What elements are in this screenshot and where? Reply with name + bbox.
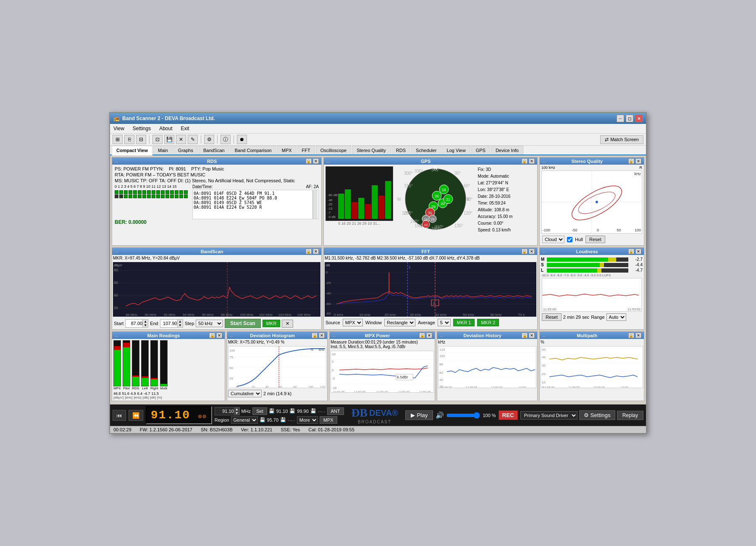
start-freq-input[interactable]: ▲▼ — [125, 319, 148, 328]
bandscan-lock-button[interactable]: 🔒 — [306, 249, 312, 254]
rds-close-button[interactable]: ✕ — [313, 158, 319, 164]
region-select[interactable]: General — [231, 416, 258, 424]
pilot-meter-label: Pilot — [123, 386, 130, 390]
play-button[interactable]: ▶ Play — [405, 410, 433, 420]
tab-scheduler[interactable]: Scheduler — [411, 146, 441, 155]
main-readings-lock-button[interactable]: 🔒 — [209, 333, 215, 338]
menu-exit[interactable]: Exit — [179, 125, 191, 132]
tab-mpx[interactable]: MPX — [277, 146, 297, 155]
end-freq-input[interactable]: ▲▼ — [160, 319, 183, 328]
restore-button[interactable]: ◻ — [626, 115, 633, 122]
dev-history-lock-button[interactable]: 🔒 — [522, 333, 528, 338]
multipath-close-button[interactable]: ✕ — [635, 333, 641, 338]
tab-oscilloscope[interactable]: Oscilloscope — [316, 146, 351, 155]
loudness-panel: ... Loudness 🔒 ✕ M — [539, 247, 644, 330]
mpx-power-lock-button[interactable]: 🔒 — [419, 333, 425, 338]
loudness-range-select[interactable]: Auto — [606, 313, 626, 321]
tab-device-info[interactable]: Device Info — [491, 146, 523, 155]
left-meter: Left — [141, 340, 149, 390]
tab-rds[interactable]: RDS — [391, 146, 410, 155]
tab-fft[interactable]: FFT — [297, 146, 315, 155]
tabs-bar: Compact View Main Graphs BandScan Band C… — [110, 146, 646, 155]
rds-scrollbar[interactable] — [312, 190, 318, 219]
tab-main[interactable]: Main — [153, 146, 173, 155]
mkr-button[interactable]: MKR — [262, 320, 280, 327]
tab-gps[interactable]: GPS — [471, 146, 490, 155]
tab-graphs[interactable]: Graphs — [173, 146, 198, 155]
dev-hist-lock-button[interactable]: 🔒 — [312, 333, 318, 338]
menu-about[interactable]: About — [158, 125, 174, 132]
replay-button[interactable]: Replay — [617, 411, 643, 420]
start-freq-value[interactable] — [126, 320, 142, 327]
new-icon[interactable]: ⊡ — [152, 135, 163, 144]
start-freq-spinner[interactable]: ▲▼ — [142, 320, 148, 327]
dev-hist-close-button[interactable]: ✕ — [319, 333, 325, 338]
grid-icon[interactable]: ⊟ — [136, 135, 146, 144]
rewind-button[interactable]: ⏮ — [113, 410, 126, 421]
match-screen-button[interactable]: ⇄ Match Screen — [600, 135, 643, 144]
record-icon[interactable]: ⏺ — [237, 135, 247, 144]
dev-hist-mode-select[interactable]: Cumulative — [228, 390, 262, 397]
mpx-button[interactable]: MPX — [320, 416, 337, 424]
save-icon[interactable]: 💾 — [164, 135, 174, 144]
rec-button[interactable]: REC — [499, 410, 518, 420]
edit-icon[interactable]: ✎ — [188, 135, 198, 144]
cloud-select[interactable]: Cloud — [542, 236, 564, 243]
gps-db-13: -13 — [328, 207, 338, 210]
hull-checkbox[interactable] — [567, 237, 572, 242]
gps-lock-button[interactable]: 🔒 — [522, 158, 528, 164]
loudness-close-button[interactable]: ✕ — [635, 249, 641, 254]
settings-icon[interactable]: ⚙ — [204, 135, 214, 144]
bandscan-x-button[interactable]: ✕ — [282, 320, 293, 328]
multipath-lock-button[interactable]: 🔒 — [628, 333, 634, 338]
tab-bandscan[interactable]: BandScan — [199, 146, 229, 155]
rds-pi: PI: 8091 — [169, 166, 186, 171]
tab-compact-view[interactable]: Compact View — [112, 146, 152, 155]
rds-lock-button[interactable]: 🔒 — [306, 158, 312, 164]
minimize-button[interactable]: ─ — [617, 115, 624, 122]
fft-window-select[interactable]: Rectangle — [384, 319, 415, 326]
set-button[interactable]: Set — [252, 407, 267, 415]
tab-stereo-quality[interactable]: Stereo Quality — [352, 146, 391, 155]
mkr2-button[interactable]: MKR 2 — [477, 319, 499, 326]
freq-mhz-value[interactable] — [215, 407, 234, 415]
menu-settings[interactable]: Settings — [131, 125, 152, 132]
info-icon[interactable]: ⓘ — [220, 135, 231, 144]
sound-driver-select[interactable]: Primary Sound Driver — [520, 411, 578, 420]
loudness-lock-button[interactable]: 🔒 — [628, 249, 634, 254]
loudness-reset-button[interactable]: Reset — [542, 313, 562, 321]
settings-gear-button[interactable]: ⚙ Settings — [579, 410, 615, 420]
stereo-reset-button[interactable]: Reset — [585, 236, 605, 243]
bandscan-close-button[interactable]: ✕ — [313, 249, 319, 254]
stereo-lock-button[interactable]: 🔒 — [628, 158, 634, 164]
copy-icon[interactable]: ⎘ — [124, 135, 134, 144]
compact-view-icon[interactable]: ⊞ — [113, 135, 123, 144]
ant-button[interactable]: ANT — [327, 407, 344, 415]
dev-history-close-button[interactable]: ✕ — [529, 333, 535, 338]
fft-lock-button[interactable]: 🔒 — [522, 249, 528, 254]
back-button[interactable]: ⏪ — [129, 410, 143, 421]
stereo-close-button[interactable]: ✕ — [635, 158, 641, 164]
volume-slider[interactable] — [446, 412, 480, 419]
end-freq-spinner[interactable]: ▲▼ — [177, 320, 183, 327]
step-select[interactable]: 50 kHz 100 kHz — [196, 320, 223, 327]
more-select[interactable]: More — [297, 416, 318, 424]
start-scan-button[interactable]: Start Scan — [225, 319, 260, 328]
main-readings-close-button[interactable]: ✕ — [216, 333, 222, 338]
fft-source-select[interactable]: MPX — [343, 319, 363, 326]
loudness-panel-header: ... Loudness 🔒 ✕ — [540, 248, 644, 255]
fft-close-button[interactable]: ✕ — [529, 249, 535, 254]
tab-band-comparison[interactable]: Band Comparison — [230, 146, 276, 155]
mpx-power-close-button[interactable]: ✕ — [426, 333, 432, 338]
menu-view[interactable]: View — [112, 125, 126, 132]
tab-log-view[interactable]: Log View — [442, 146, 470, 155]
close-icon[interactable]: ✕ — [176, 135, 186, 144]
mkr1-button[interactable]: MKR 1 — [453, 319, 475, 326]
gps-bar-2 — [345, 189, 351, 219]
fft-average-select[interactable]: 5 — [438, 319, 451, 326]
end-freq-value[interactable] — [160, 320, 177, 327]
gps-close-button[interactable]: ✕ — [529, 158, 535, 164]
close-button[interactable]: ✕ — [635, 115, 643, 122]
freq-mhz-input[interactable]: ▲▼ — [215, 407, 240, 415]
freq-mhz-spinner[interactable]: ▲▼ — [234, 407, 239, 415]
